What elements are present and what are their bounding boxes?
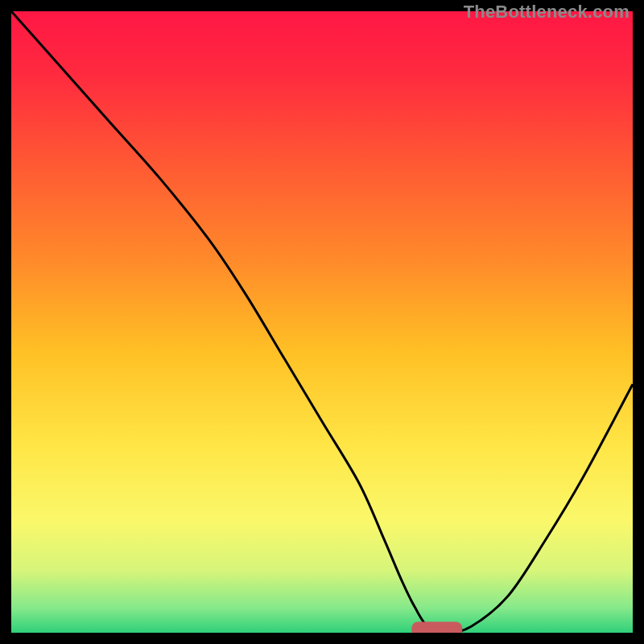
gradient-background bbox=[11, 11, 633, 633]
optimum-marker bbox=[412, 622, 462, 633]
bottleneck-plot bbox=[11, 11, 633, 633]
watermark-label: TheBottleneck.com bbox=[464, 2, 630, 23]
chart-frame: TheBottleneck.com bbox=[0, 0, 644, 644]
